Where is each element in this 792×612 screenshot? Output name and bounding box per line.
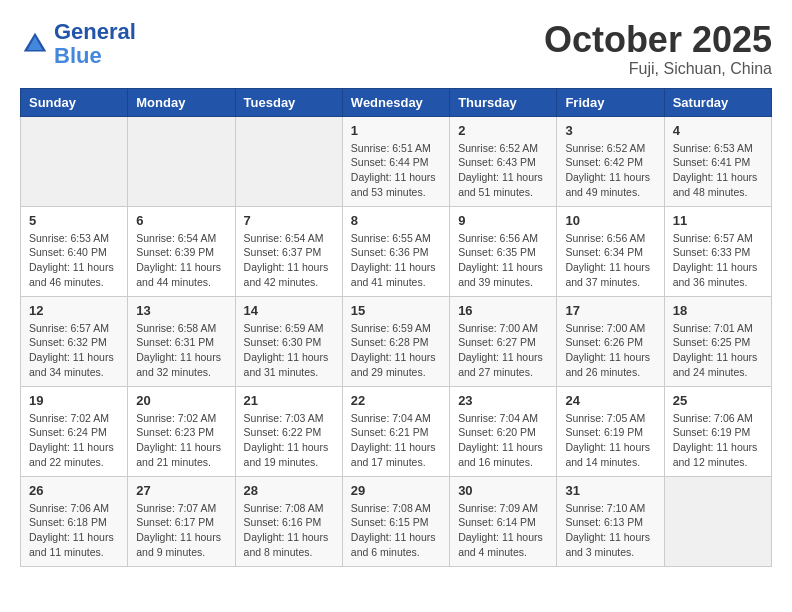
day-info: Sunrise: 6:51 AMSunset: 6:44 PMDaylight:… xyxy=(351,141,441,200)
logo: General Blue xyxy=(20,20,136,68)
calendar-day-cell: 7Sunrise: 6:54 AMSunset: 6:37 PMDaylight… xyxy=(235,206,342,296)
day-number: 18 xyxy=(673,303,763,318)
calendar-week-row: 12Sunrise: 6:57 AMSunset: 6:32 PMDayligh… xyxy=(21,296,772,386)
calendar-day-cell: 27Sunrise: 7:07 AMSunset: 6:17 PMDayligh… xyxy=(128,476,235,566)
calendar-day-cell: 11Sunrise: 6:57 AMSunset: 6:33 PMDayligh… xyxy=(664,206,771,296)
calendar-day-cell xyxy=(664,476,771,566)
day-number: 16 xyxy=(458,303,548,318)
day-info: Sunrise: 6:54 AMSunset: 6:37 PMDaylight:… xyxy=(244,231,334,290)
calendar-day-cell: 6Sunrise: 6:54 AMSunset: 6:39 PMDaylight… xyxy=(128,206,235,296)
calendar-day-cell: 23Sunrise: 7:04 AMSunset: 6:20 PMDayligh… xyxy=(450,386,557,476)
calendar-day-cell: 26Sunrise: 7:06 AMSunset: 6:18 PMDayligh… xyxy=(21,476,128,566)
day-number: 13 xyxy=(136,303,226,318)
day-number: 12 xyxy=(29,303,119,318)
calendar-day-cell: 24Sunrise: 7:05 AMSunset: 6:19 PMDayligh… xyxy=(557,386,664,476)
calendar-day-cell: 21Sunrise: 7:03 AMSunset: 6:22 PMDayligh… xyxy=(235,386,342,476)
day-number: 5 xyxy=(29,213,119,228)
page-header: General Blue October 2025 Fuji, Sichuan,… xyxy=(20,20,772,78)
day-info: Sunrise: 6:58 AMSunset: 6:31 PMDaylight:… xyxy=(136,321,226,380)
day-info: Sunrise: 7:10 AMSunset: 6:13 PMDaylight:… xyxy=(565,501,655,560)
day-number: 8 xyxy=(351,213,441,228)
calendar-day-cell: 15Sunrise: 6:59 AMSunset: 6:28 PMDayligh… xyxy=(342,296,449,386)
calendar-day-cell: 13Sunrise: 6:58 AMSunset: 6:31 PMDayligh… xyxy=(128,296,235,386)
day-info: Sunrise: 7:06 AMSunset: 6:19 PMDaylight:… xyxy=(673,411,763,470)
calendar-day-cell: 17Sunrise: 7:00 AMSunset: 6:26 PMDayligh… xyxy=(557,296,664,386)
day-info: Sunrise: 7:02 AMSunset: 6:23 PMDaylight:… xyxy=(136,411,226,470)
calendar-day-cell: 28Sunrise: 7:08 AMSunset: 6:16 PMDayligh… xyxy=(235,476,342,566)
month-title: October 2025 xyxy=(544,20,772,60)
day-info: Sunrise: 7:00 AMSunset: 6:26 PMDaylight:… xyxy=(565,321,655,380)
calendar-day-cell: 4Sunrise: 6:53 AMSunset: 6:41 PMDaylight… xyxy=(664,116,771,206)
calendar-day-cell: 19Sunrise: 7:02 AMSunset: 6:24 PMDayligh… xyxy=(21,386,128,476)
calendar-day-cell xyxy=(128,116,235,206)
day-info: Sunrise: 7:09 AMSunset: 6:14 PMDaylight:… xyxy=(458,501,548,560)
calendar-day-cell: 12Sunrise: 6:57 AMSunset: 6:32 PMDayligh… xyxy=(21,296,128,386)
weekday-header: Sunday xyxy=(21,88,128,116)
day-info: Sunrise: 6:59 AMSunset: 6:28 PMDaylight:… xyxy=(351,321,441,380)
day-number: 19 xyxy=(29,393,119,408)
day-number: 27 xyxy=(136,483,226,498)
title-block: October 2025 Fuji, Sichuan, China xyxy=(544,20,772,78)
calendar-day-cell xyxy=(235,116,342,206)
day-info: Sunrise: 7:00 AMSunset: 6:27 PMDaylight:… xyxy=(458,321,548,380)
day-info: Sunrise: 7:02 AMSunset: 6:24 PMDaylight:… xyxy=(29,411,119,470)
calendar-day-cell: 18Sunrise: 7:01 AMSunset: 6:25 PMDayligh… xyxy=(664,296,771,386)
day-number: 6 xyxy=(136,213,226,228)
day-info: Sunrise: 6:54 AMSunset: 6:39 PMDaylight:… xyxy=(136,231,226,290)
calendar-day-cell: 3Sunrise: 6:52 AMSunset: 6:42 PMDaylight… xyxy=(557,116,664,206)
day-info: Sunrise: 6:52 AMSunset: 6:42 PMDaylight:… xyxy=(565,141,655,200)
day-number: 2 xyxy=(458,123,548,138)
day-info: Sunrise: 7:08 AMSunset: 6:16 PMDaylight:… xyxy=(244,501,334,560)
day-number: 7 xyxy=(244,213,334,228)
day-number: 9 xyxy=(458,213,548,228)
logo-general: General xyxy=(54,19,136,44)
calendar-day-cell xyxy=(21,116,128,206)
logo-blue: Blue xyxy=(54,43,102,68)
calendar-day-cell: 10Sunrise: 6:56 AMSunset: 6:34 PMDayligh… xyxy=(557,206,664,296)
day-number: 10 xyxy=(565,213,655,228)
weekday-header: Monday xyxy=(128,88,235,116)
day-info: Sunrise: 6:59 AMSunset: 6:30 PMDaylight:… xyxy=(244,321,334,380)
calendar-day-cell: 16Sunrise: 7:00 AMSunset: 6:27 PMDayligh… xyxy=(450,296,557,386)
weekday-header: Wednesday xyxy=(342,88,449,116)
day-info: Sunrise: 6:55 AMSunset: 6:36 PMDaylight:… xyxy=(351,231,441,290)
calendar-day-cell: 30Sunrise: 7:09 AMSunset: 6:14 PMDayligh… xyxy=(450,476,557,566)
day-info: Sunrise: 7:04 AMSunset: 6:21 PMDaylight:… xyxy=(351,411,441,470)
day-number: 28 xyxy=(244,483,334,498)
day-info: Sunrise: 6:52 AMSunset: 6:43 PMDaylight:… xyxy=(458,141,548,200)
day-info: Sunrise: 6:53 AMSunset: 6:40 PMDaylight:… xyxy=(29,231,119,290)
calendar-day-cell: 9Sunrise: 6:56 AMSunset: 6:35 PMDaylight… xyxy=(450,206,557,296)
calendar-day-cell: 14Sunrise: 6:59 AMSunset: 6:30 PMDayligh… xyxy=(235,296,342,386)
day-info: Sunrise: 7:05 AMSunset: 6:19 PMDaylight:… xyxy=(565,411,655,470)
calendar-week-row: 19Sunrise: 7:02 AMSunset: 6:24 PMDayligh… xyxy=(21,386,772,476)
day-number: 14 xyxy=(244,303,334,318)
day-info: Sunrise: 7:06 AMSunset: 6:18 PMDaylight:… xyxy=(29,501,119,560)
day-info: Sunrise: 6:57 AMSunset: 6:33 PMDaylight:… xyxy=(673,231,763,290)
weekday-header: Saturday xyxy=(664,88,771,116)
logo-text: General Blue xyxy=(54,20,136,68)
day-info: Sunrise: 7:08 AMSunset: 6:15 PMDaylight:… xyxy=(351,501,441,560)
day-info: Sunrise: 7:07 AMSunset: 6:17 PMDaylight:… xyxy=(136,501,226,560)
day-info: Sunrise: 6:56 AMSunset: 6:34 PMDaylight:… xyxy=(565,231,655,290)
day-info: Sunrise: 7:04 AMSunset: 6:20 PMDaylight:… xyxy=(458,411,548,470)
calendar-day-cell: 1Sunrise: 6:51 AMSunset: 6:44 PMDaylight… xyxy=(342,116,449,206)
day-number: 3 xyxy=(565,123,655,138)
day-number: 24 xyxy=(565,393,655,408)
day-number: 11 xyxy=(673,213,763,228)
day-number: 29 xyxy=(351,483,441,498)
calendar-day-cell: 22Sunrise: 7:04 AMSunset: 6:21 PMDayligh… xyxy=(342,386,449,476)
calendar-day-cell: 29Sunrise: 7:08 AMSunset: 6:15 PMDayligh… xyxy=(342,476,449,566)
calendar-day-cell: 20Sunrise: 7:02 AMSunset: 6:23 PMDayligh… xyxy=(128,386,235,476)
day-number: 4 xyxy=(673,123,763,138)
day-number: 22 xyxy=(351,393,441,408)
calendar-table: SundayMondayTuesdayWednesdayThursdayFrid… xyxy=(20,88,772,567)
day-number: 17 xyxy=(565,303,655,318)
weekday-header-row: SundayMondayTuesdayWednesdayThursdayFrid… xyxy=(21,88,772,116)
day-number: 1 xyxy=(351,123,441,138)
day-number: 30 xyxy=(458,483,548,498)
calendar-day-cell: 5Sunrise: 6:53 AMSunset: 6:40 PMDaylight… xyxy=(21,206,128,296)
day-info: Sunrise: 6:57 AMSunset: 6:32 PMDaylight:… xyxy=(29,321,119,380)
day-number: 25 xyxy=(673,393,763,408)
calendar-day-cell: 31Sunrise: 7:10 AMSunset: 6:13 PMDayligh… xyxy=(557,476,664,566)
weekday-header: Friday xyxy=(557,88,664,116)
